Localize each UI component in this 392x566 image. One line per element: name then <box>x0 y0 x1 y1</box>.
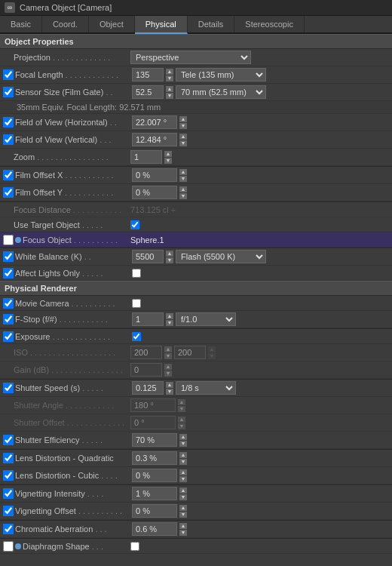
title-bar: ∞ Camera Object [Camera] <box>0 0 392 16</box>
zoom-spinner[interactable]: ▲▼ <box>164 151 172 164</box>
shutter-speed-preset-select[interactable]: 1/8 s <box>176 381 236 395</box>
use-target-checkbox[interactable] <box>130 220 139 229</box>
app-icon: ∞ <box>5 2 15 13</box>
projection-select[interactable]: Perspective <box>130 51 251 64</box>
shutter-offset-input[interactable] <box>130 416 176 429</box>
shutter-angle-label: Shutter Angle . . . . . . . . . . . <box>14 401 130 410</box>
affect-lights-toggle[interactable] <box>132 269 141 278</box>
fov-v-checkbox[interactable] <box>3 134 14 145</box>
tab-coord[interactable]: Coord. <box>42 16 89 32</box>
fov-h-input[interactable] <box>132 115 177 129</box>
film-offset-x-spinner[interactable]: ▲▼ <box>179 169 187 182</box>
exposure-checkbox[interactable] <box>3 331 14 342</box>
sensor-spinner[interactable]: ▲▼ <box>166 86 173 99</box>
shutter-offset-spinner[interactable]: ▲▼ <box>178 417 185 429</box>
movie-camera-checkbox[interactable] <box>3 298 14 309</box>
film-offset-y-checkbox[interactable] <box>3 187 14 198</box>
chromatic-spinner[interactable]: ▲▼ <box>179 523 187 536</box>
shutter-efficiency-row: Shutter Efficiency . . . . . ▲▼ <box>0 432 392 449</box>
shutter-speed-spinner[interactable]: ▲▼ <box>166 382 173 395</box>
focus-distance-row: Focus Distance . . . . . . . . . . . 713… <box>0 202 392 217</box>
zoom-row: Zoom . . . . . . . . . . . . . . . . ▲▼ <box>0 149 392 166</box>
iso-input[interactable] <box>130 346 162 359</box>
sensor-size-checkbox[interactable] <box>3 87 14 97</box>
lens-dist-quad-checkbox[interactable] <box>3 453 14 463</box>
lens-dist-cubic-checkbox[interactable] <box>3 470 14 481</box>
focal-length-input[interactable] <box>132 68 164 82</box>
zoom-label: Zoom . . . . . . . . . . . . . . . . <box>14 152 130 161</box>
focal-length-label: Focal Length . . . . . . . . . . . . <box>15 70 132 79</box>
fov-v-spinner[interactable]: ▲▼ <box>179 134 187 146</box>
film-offset-y-spinner[interactable]: ▲▼ <box>179 186 187 199</box>
fstop-spinner[interactable]: ▲▼ <box>166 313 173 326</box>
chromatic-label: Chromatic Aberration . . . <box>15 524 132 534</box>
vignette-offset-input[interactable] <box>132 504 177 518</box>
lens-dist-quad-spinner[interactable]: ▲▼ <box>179 452 187 465</box>
tab-details[interactable]: Details <box>188 16 235 32</box>
chromatic-input[interactable] <box>132 522 177 536</box>
movie-camera-toggle[interactable] <box>132 299 141 308</box>
iso-label: ISO . . . . . . . . . . . . . . . . . . … <box>14 348 130 357</box>
lens-dist-cubic-spinner[interactable]: ▲▼ <box>179 469 187 482</box>
focus-object-checkbox-left[interactable] <box>3 235 14 245</box>
vignette-offset-spinner[interactable]: ▲▼ <box>179 505 187 518</box>
film-offset-y-input[interactable] <box>132 186 177 199</box>
gain-row: Gain (dB) . . . . . . . . . . . . . . . … <box>0 361 392 379</box>
fstop-preset-select[interactable]: f/1.0 <box>176 312 236 326</box>
lens-dist-quad-input[interactable] <box>132 451 177 465</box>
focal-length-spinner[interactable]: ▲▼ <box>166 69 173 82</box>
tab-stereoscopic[interactable]: Stereoscopic <box>234 16 305 32</box>
vignette-intensity-checkbox[interactable] <box>3 488 14 499</box>
sensor-input[interactable] <box>132 85 164 99</box>
vignette-intensity-spinner[interactable]: ▲▼ <box>179 488 187 500</box>
diaphragm-checkbox-left[interactable] <box>3 541 14 552</box>
shutter-efficiency-spinner[interactable]: ▲▼ <box>179 434 187 447</box>
lens-dist-cubic-input[interactable] <box>132 469 177 482</box>
lens-dist-quad-label: Lens Distortion - Quadratic <box>15 454 132 463</box>
focus-object-dot <box>15 237 21 243</box>
film-offset-x-input[interactable] <box>132 168 177 182</box>
tab-object[interactable]: Object <box>89 16 135 32</box>
gain-label: Gain (dB) . . . . . . . . . . . . . . . … <box>14 365 130 374</box>
chromatic-checkbox[interactable] <box>3 524 14 534</box>
fstop-input[interactable] <box>132 312 164 326</box>
affect-lights-label: Affect Lights Only . . . . . <box>15 269 132 278</box>
white-balance-preset-select[interactable]: Flash (5500 K) <box>176 250 266 263</box>
film-offset-y-row: Film Offset Y . . . . . . . . . . . ▲▼ <box>0 184 392 201</box>
focus-object-value: Sphere.1 <box>130 235 164 245</box>
shutter-offset-label: Shutter Offset . . . . . . . . . . . . . <box>14 418 130 427</box>
gain-input[interactable] <box>130 363 162 377</box>
vignette-offset-value-area: ▲▼ <box>132 504 389 518</box>
gain-spinner[interactable]: ▲▼ <box>164 364 172 377</box>
zoom-input[interactable] <box>130 150 162 164</box>
use-target-label: Use Target Object . . . . . <box>14 220 130 229</box>
tab-physical[interactable]: Physical <box>135 16 188 34</box>
fstop-checkbox[interactable] <box>3 314 14 325</box>
shutter-speed-input[interactable] <box>132 381 164 395</box>
affect-lights-checkbox[interactable] <box>3 268 14 278</box>
white-balance-checkbox[interactable] <box>3 251 14 262</box>
shutter-efficiency-input[interactable] <box>132 433 177 447</box>
shutter-efficiency-checkbox[interactable] <box>3 435 14 445</box>
shutter-angle-input[interactable] <box>130 398 176 412</box>
tab-basic[interactable]: Basic <box>0 16 42 32</box>
white-balance-input[interactable] <box>132 250 164 263</box>
physical-renderer-header: Physical Renderer <box>0 281 392 296</box>
iso-display-input[interactable] <box>174 346 206 359</box>
diaphragm-toggle[interactable] <box>130 542 139 551</box>
fov-v-input[interactable] <box>132 133 177 146</box>
affect-lights-value-area <box>132 269 389 278</box>
vignette-intensity-input[interactable] <box>132 487 177 500</box>
fov-h-spinner[interactable]: ▲▼ <box>179 116 187 129</box>
focal-length-preset-select[interactable]: Tele (135 mm) <box>176 68 266 82</box>
focal-length-checkbox[interactable] <box>3 69 14 80</box>
white-balance-spinner[interactable]: ▲▼ <box>166 251 173 263</box>
exposure-toggle[interactable] <box>132 332 141 341</box>
fov-h-checkbox[interactable] <box>3 117 14 128</box>
film-offset-x-checkbox[interactable] <box>3 170 14 180</box>
sensor-preset-select[interactable]: 70 mm (52.5 mm) <box>176 85 266 99</box>
shutter-angle-spinner[interactable]: ▲▼ <box>178 399 185 412</box>
shutter-speed-checkbox[interactable] <box>3 383 14 393</box>
iso-spinner[interactable]: ▲▼ <box>164 346 172 359</box>
vignette-offset-checkbox[interactable] <box>3 506 14 516</box>
